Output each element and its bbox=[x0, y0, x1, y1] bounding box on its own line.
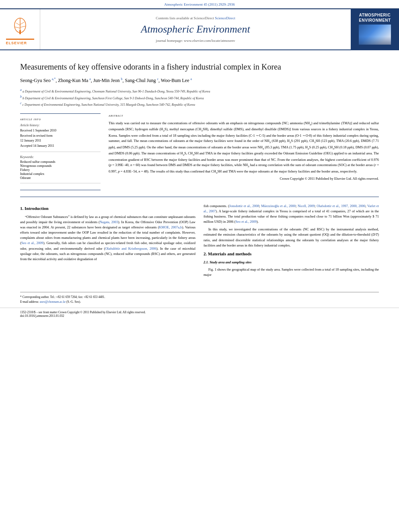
section2-para: Fig. 1 shows the geographical map of the… bbox=[204, 267, 379, 277]
abstract-paragraph: This study was carried out to measure th… bbox=[109, 121, 379, 175]
abstract-section: abstract This study was carried out to m… bbox=[109, 113, 379, 181]
author-seong: Seong-Gyu Seo a,* bbox=[20, 78, 56, 83]
article-info-column: article info Article history: Received 1… bbox=[20, 113, 101, 190]
sciencedirect-anchor[interactable]: ScienceDirect bbox=[215, 16, 235, 20]
accepted-date: Accepted 14 January 2011 bbox=[20, 144, 101, 148]
journal-homepage: journal homepage: www.elsevier.com/locat… bbox=[156, 39, 235, 43]
affiliation-b: b b Department of Civil & Environmental … bbox=[20, 94, 379, 101]
section2-heading: 2. Materials and methods bbox=[204, 251, 379, 257]
sciencedirect-link[interactable]: Contents lists available at ScienceDirec… bbox=[156, 16, 235, 20]
section2-1-heading: 2.1. Study area and sampling sites bbox=[204, 260, 379, 265]
olaf1997-ref[interactable]: Olafsdottir et al., 1997, 2000, 2006 bbox=[317, 204, 365, 208]
info-abstract-section: article info Article history: Received 1… bbox=[20, 113, 379, 190]
footer-divider bbox=[20, 292, 379, 292]
history-label: Article history: bbox=[20, 123, 101, 127]
keywords-label: Keywords: bbox=[20, 155, 101, 159]
body-columns: 1. Introduction “Offensive Odorant Subst… bbox=[20, 203, 379, 280]
received-date: Received 1 September 2010 bbox=[20, 128, 101, 133]
doi-line: doi:10.1016/j.atmosenv.2011.01.032 bbox=[20, 314, 379, 318]
abstract-column: abstract This study was carried out to m… bbox=[109, 113, 379, 190]
body-col-right: fish components. (Jonsdottir et al., 200… bbox=[204, 203, 379, 280]
keywords-list: Reduced sulfur compounds Nitrogenous com… bbox=[20, 160, 101, 180]
issn-line: 1352-2310/$ – see front matter Crown Cop… bbox=[20, 310, 379, 314]
keyword-3: Fishery bbox=[20, 168, 101, 172]
elsevier-wordmark: ELSEVIER bbox=[6, 41, 34, 45]
nicell-ref[interactable]: Nicell, 2009 bbox=[298, 204, 315, 208]
muez-ref[interactable]: Müezzinoğlu et al., 2000 bbox=[261, 204, 296, 208]
keyword-5: Odorant bbox=[20, 176, 101, 180]
intro-para-2: fish components. (Jonsdottir et al., 200… bbox=[204, 203, 379, 225]
journal-title: Atmospheric Environment bbox=[141, 23, 250, 35]
affiliation-a: a a Department of Civil & Environmental … bbox=[20, 88, 379, 94]
svg-line-6 bbox=[20, 26, 25, 27]
keyword-4: Industrial complex bbox=[20, 172, 101, 176]
footnote-section: * Corresponding author. Tel.: +82 61 659… bbox=[0, 295, 399, 304]
badge-title: ATMOSPHERICENVIRONMENT bbox=[359, 12, 391, 23]
email-note: E-mail address: aseo@chonnam.ac.kr (S.-G… bbox=[20, 300, 379, 304]
section-divider bbox=[20, 197, 379, 197]
intro-para-3: In this study, we investigated the conce… bbox=[204, 227, 379, 248]
main-content: Measurements of key offensive odorants i… bbox=[0, 50, 399, 288]
author-sang: Sang-Chul Jung c bbox=[125, 78, 158, 83]
svg-rect-0 bbox=[19, 30, 21, 34]
journal-reference-bar: Atmospheric Environment 45 (2011) 2929–2… bbox=[0, 0, 399, 8]
elsevier-tree-icon bbox=[10, 14, 30, 36]
affiliations: a a Department of Civil & Environmental … bbox=[20, 88, 379, 107]
intro-para-1: “Offensive Odorant Substances” is define… bbox=[20, 214, 195, 262]
journal-title-area: Contents lists available at ScienceDirec… bbox=[40, 9, 351, 49]
olaf2006-ref[interactable]: Olafsdóttir and Kristbergsson, 2006 bbox=[105, 246, 156, 251]
paper-title: Measurements of key offensive odorants i… bbox=[20, 62, 379, 72]
journal-badge-area: ATMOSPHERICENVIRONMENT bbox=[351, 9, 399, 49]
article-info-title: article info bbox=[20, 117, 101, 121]
badge-image bbox=[359, 25, 391, 45]
elsevier-logo: ELSEVIER bbox=[6, 14, 34, 45]
authors-line: Seong-Gyu Seo a,*, Zhong-Kun Ma a, Jun-M… bbox=[20, 77, 379, 84]
keyword-1: Reduced sulfur compounds bbox=[20, 160, 101, 164]
body-col-left: 1. Introduction “Offensive Odorant Subst… bbox=[20, 203, 195, 280]
revised-date: Received in revised form12 January 2011 bbox=[20, 134, 101, 143]
section1-heading: 1. Introduction bbox=[20, 205, 195, 212]
abstract-text: This study was carried out to measure th… bbox=[109, 121, 379, 175]
kmoe-ref[interactable]: KMOE, 2007a,b bbox=[159, 225, 182, 229]
seo2009-ref[interactable]: Seo et al., 2009 bbox=[21, 241, 43, 245]
journal-reference: Atmospheric Environment 45 (2011) 2929–2… bbox=[164, 2, 235, 6]
seo2009b-ref[interactable]: Seo et al., 2009 bbox=[235, 220, 257, 224]
abstract-title: abstract bbox=[109, 113, 379, 117]
nagata-ref[interactable]: Nagata, 2003 bbox=[100, 220, 118, 224]
journal-header: ELSEVIER Contents lists available at Sci… bbox=[0, 8, 399, 50]
jons-ref[interactable]: Jonsdottir et al., 2008 bbox=[229, 204, 259, 208]
article-info-box: article info Article history: Received 1… bbox=[20, 113, 101, 190]
corresponding-author-note: * Corresponding author. Tel.: +82 61 659… bbox=[20, 295, 379, 300]
journal-badge: ATMOSPHERICENVIRONMENT bbox=[359, 12, 391, 46]
email-link[interactable]: aseo@chonnam.ac.kr bbox=[40, 300, 66, 304]
abstract-copyright: Crown Copyright © 2011 Published by Else… bbox=[109, 177, 379, 181]
elsevier-logo-area: ELSEVIER bbox=[0, 9, 40, 49]
svg-line-4 bbox=[20, 22, 24, 25]
keyword-2: Nitrogenous compounds bbox=[20, 164, 101, 168]
info-divider bbox=[20, 152, 101, 152]
svg-line-3 bbox=[16, 23, 20, 25]
svg-line-5 bbox=[15, 27, 20, 28]
author-woo: Woo-Bum Lee a bbox=[161, 78, 192, 83]
author-zhong: Zhong-Kun Ma a bbox=[58, 78, 91, 83]
author-jun: Jun-Min Jeon b bbox=[93, 78, 123, 83]
info-divider-bottom bbox=[20, 183, 101, 183]
bottom-bar: 1352-2310/$ – see front matter Crown Cop… bbox=[0, 308, 399, 320]
affiliation-c: c c Department of Environmental Engineer… bbox=[20, 101, 379, 107]
